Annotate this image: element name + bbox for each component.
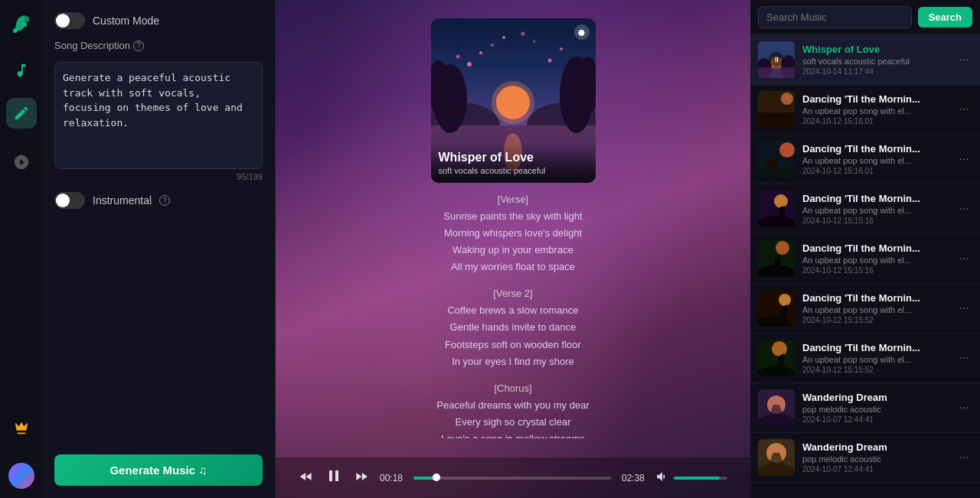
user-avatar[interactable]: [8, 463, 34, 489]
lyric-section-label-verse1: [Verse]: [291, 194, 735, 205]
current-time: 00:18: [380, 473, 403, 483]
char-count: 95/199: [54, 172, 263, 181]
song-date: 2024-10-14 11:17:44: [802, 67, 949, 76]
song-date: 2024-10-07 12:44:41: [802, 415, 949, 424]
lyric-line: Every sigh so crystal clear: [291, 414, 735, 431]
song-more-button[interactable]: ···: [956, 202, 972, 216]
custom-mode-row: Custom Mode: [54, 12, 263, 29]
search-input[interactable]: [758, 6, 912, 28]
song-meta: An upbeat pop song with el...: [802, 305, 949, 314]
song-info: Dancing 'Til the Mornin... An upbeat pop…: [802, 143, 949, 175]
svg-point-20: [502, 36, 505, 39]
sidebar-edit-icon[interactable]: [6, 98, 37, 129]
volume-fill: [674, 477, 720, 480]
song-info: Dancing 'Til the Mornin... An upbeat pop…: [802, 292, 949, 324]
lyrics-container: [Verse] Sunrise paints the sky with ligh…: [276, 194, 750, 438]
instrumental-help-icon[interactable]: ?: [159, 195, 170, 206]
list-item[interactable]: Dancing 'Til the Mornin... An upbeat pop…: [750, 135, 980, 184]
svg-point-18: [560, 47, 563, 50]
list-item[interactable]: Dancing 'Til the Mornin... An upbeat pop…: [750, 334, 980, 383]
song-title: Dancing 'Til the Mornin...: [802, 93, 949, 105]
search-bar: Search: [750, 0, 980, 35]
song-title: Dancing 'Til the Mornin...: [802, 143, 949, 155]
progress-bar[interactable]: [413, 477, 611, 480]
lyric-chorus: [Chorus] Peaceful dreams with you my dea…: [291, 382, 735, 438]
song-more-button[interactable]: ···: [956, 103, 972, 116]
search-button[interactable]: Search: [918, 7, 972, 28]
svg-point-15: [456, 55, 459, 59]
svg-point-0: [13, 28, 18, 33]
list-item[interactable]: ⏸ Whisper of Love soft vocals acoustic p…: [750, 35, 980, 85]
song-title: Dancing 'Til the Mornin...: [802, 242, 949, 254]
rewind-button[interactable]: [299, 469, 314, 487]
song-info: Dancing 'Til the Mornin... An upbeat pop…: [802, 242, 949, 275]
song-info: Wandering Dream pop melodic acoustic 202…: [802, 441, 949, 474]
svg-point-4: [492, 81, 534, 124]
song-card: Whisper of Love soft vocals acoustic pea…: [431, 18, 596, 183]
song-card-tags: soft vocals acoustic peaceful: [439, 166, 588, 175]
total-time: 02:38: [622, 473, 645, 483]
svg-point-45: [772, 341, 787, 356]
forward-button[interactable]: [354, 469, 369, 487]
song-date: 2024-10-12 15:15:16: [802, 266, 949, 275]
list-item[interactable]: Dancing 'Til the Mornin... An upbeat pop…: [750, 234, 980, 284]
instrumental-toggle[interactable]: [54, 192, 85, 209]
sidebar-music-icon[interactable]: [6, 55, 37, 86]
song-meta: An upbeat pop song with el...: [802, 156, 949, 165]
sidebar-crown-icon[interactable]: [6, 412, 37, 443]
svg-rect-34: [758, 168, 795, 177]
lyric-line: Coffee brews a slow romance: [291, 302, 735, 319]
volume-bar[interactable]: [674, 477, 727, 480]
generate-music-button[interactable]: Generate Music ♫: [54, 454, 263, 486]
lyric-line: Peaceful dreams with you my dear: [291, 397, 735, 414]
song-info: Wandering Dream pop melodic acoustic 202…: [802, 392, 949, 424]
song-title: Whisper of Love: [802, 44, 949, 55]
list-item[interactable]: Wandering Dream pop melodic acoustic 202…: [750, 383, 980, 433]
list-item[interactable]: Wandering Dream pop melodic acoustic 202…: [750, 433, 980, 483]
custom-mode-label: Custom Mode: [93, 15, 159, 27]
song-date: 2024-10-12 15:16:01: [802, 167, 949, 175]
song-meta: An upbeat pop song with el...: [802, 256, 949, 265]
sidebar-settings-icon[interactable]: [6, 147, 37, 177]
right-panel: Search ⏸ Whisper of Love soft vocals aco…: [750, 0, 980, 498]
song-description-input[interactable]: Generate a peaceful acoustic track with …: [54, 62, 263, 169]
list-item[interactable]: Dancing 'Til the Mornin... An upbeat pop…: [750, 184, 980, 234]
song-date: 2024-10-12 15:16:01: [802, 117, 949, 125]
song-date: 2024-10-07 12:44:41: [802, 465, 949, 474]
list-item[interactable]: Dancing 'Til the Mornin... An upbeat pop…: [750, 85, 980, 135]
lyric-verse-1: [Verse] Sunrise paints the sky with ligh…: [291, 194, 735, 275]
song-meta: soft vocals acoustic peaceful: [802, 57, 949, 66]
lyric-verse-2: [Verse 2] Coffee brews a slow romance Ge…: [291, 288, 735, 369]
song-more-button[interactable]: ···: [956, 152, 972, 166]
song-more-button[interactable]: ···: [956, 301, 972, 315]
song-description-label: Song Description: [54, 40, 130, 51]
svg-point-42: [779, 294, 791, 306]
svg-point-17: [547, 59, 551, 63]
song-more-button[interactable]: ···: [956, 252, 972, 265]
lyric-line: Morning whispers love's delight: [291, 225, 735, 242]
song-more-button[interactable]: ···: [956, 451, 972, 464]
volume-icon[interactable]: [655, 470, 669, 487]
lyric-line: All my worries float to space: [291, 259, 735, 275]
svg-point-21: [521, 32, 524, 36]
progress-fill: [413, 477, 437, 480]
song-thumbnail: [758, 290, 795, 327]
song-date: 2024-10-12 15:15:16: [802, 216, 949, 225]
custom-mode-toggle[interactable]: [54, 12, 85, 29]
song-description-help-icon[interactable]: ?: [133, 41, 144, 51]
list-item[interactable]: Dancing 'Til the Mornin... An upbeat pop…: [750, 284, 980, 334]
svg-point-13: [467, 62, 472, 67]
song-thumbnail: [758, 439, 795, 476]
song-date: 2024-10-12 15:15:52: [802, 366, 949, 374]
song-more-button[interactable]: ···: [956, 351, 972, 365]
song-thumbnail: ⏸: [758, 41, 795, 78]
svg-point-19: [533, 41, 535, 43]
pause-button[interactable]: [325, 467, 343, 489]
song-thumbnail: [758, 340, 795, 376]
song-card-dot: ⬤: [574, 24, 590, 40]
song-more-button[interactable]: ···: [956, 401, 972, 415]
song-more-button[interactable]: ···: [956, 53, 972, 67]
lyric-line: Sunrise paints the sky with light: [291, 208, 735, 225]
song-list: ⏸ Whisper of Love soft vocals acoustic p…: [750, 35, 980, 498]
lyric-line: Gentle hands invite to dance: [291, 319, 735, 336]
